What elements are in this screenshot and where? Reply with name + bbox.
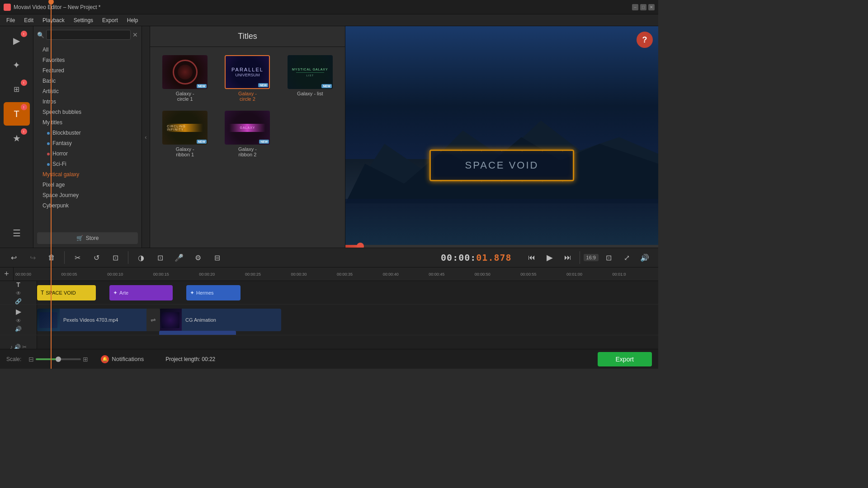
title-card-gc2[interactable]: PARALLEL UNIVERSUM NEW Galaxy -circle 2 (219, 53, 276, 103)
cat-space-journey[interactable]: Space Journey (36, 190, 139, 200)
timeline-tracks: T 👁 🔗 T SPACE VOID ✦ Arte ✦ Hermes (0, 281, 658, 349)
clip-pexels[interactable]: Pexels Videos 4703.mp4 (37, 309, 148, 331)
menu-edit[interactable]: Edit (19, 16, 38, 25)
cat-artistic[interactable]: Artistic (36, 86, 139, 96)
clip-transition[interactable]: ⇌ (146, 309, 160, 331)
minimize-button[interactable]: – (632, 4, 638, 10)
video-track-row: ▶ 👁 🔊 Pexels Videos 4703.mp4 ⇌ (0, 305, 658, 335)
title-card-gr2[interactable]: GALAXY NEW Galaxy -ribbon 2 (219, 109, 276, 159)
cat-horror[interactable]: Horror (36, 149, 139, 159)
notifications-button[interactable]: 🔔 Notifications (95, 352, 149, 366)
title-card-gr1[interactable]: CIRCLING INFINITY NEW Galaxy -ribbon 1 (156, 109, 213, 159)
mic-button[interactable]: 🎤 (171, 249, 187, 266)
menu-help[interactable]: Help (123, 16, 143, 25)
toolbar-separator-3 (580, 251, 580, 264)
clip-space-void[interactable]: T SPACE VOID (37, 285, 96, 300)
preview-title-box: ● ● ● ● ● ● ● ● ● ● ● ● ● (429, 150, 574, 181)
cat-basic[interactable]: Basic (36, 76, 139, 86)
menu-export[interactable]: Export (98, 16, 123, 25)
title-thumb-gc1: NEW (162, 55, 208, 89)
close-button[interactable]: ✕ (648, 4, 655, 10)
export-frame-button[interactable]: ⊡ (152, 249, 168, 266)
play-button[interactable]: ▶ (542, 249, 558, 266)
clip-hermes[interactable]: ✦ Hermes (186, 285, 241, 300)
audio-volume-icon[interactable]: 🔊 (14, 344, 21, 349)
cat-sci-fi[interactable]: Sci-Fi (36, 159, 139, 169)
cat-all[interactable]: All (36, 45, 139, 55)
settings-button[interactable]: ⚙ (190, 249, 206, 266)
menu-file[interactable]: File (2, 16, 19, 25)
preview-progress-bar[interactable] (345, 245, 658, 248)
preview-progress-handle[interactable] (357, 243, 364, 248)
search-input[interactable] (46, 30, 131, 40)
export-button[interactable]: Export (598, 352, 652, 366)
cat-fantasy[interactable]: Fantasy (36, 138, 139, 148)
title-track-eye-icon[interactable]: 👁 (16, 290, 21, 296)
menu-playback[interactable]: Playback (38, 16, 69, 25)
store-button[interactable]: 🛒 Store (37, 232, 138, 244)
ruler-mark-15: 00:00:15 (153, 272, 199, 277)
title-track-type-icon: T (16, 281, 20, 288)
volume-button[interactable]: 🔊 (637, 249, 653, 266)
effects-icon: ✦ (13, 61, 20, 70)
redo-button[interactable]: ↪ (24, 249, 41, 266)
audio-button[interactable]: ⊟ (209, 249, 225, 266)
sidebar-item-titles[interactable]: T ! (4, 102, 30, 126)
window-mode-button[interactable]: ⊡ (600, 249, 617, 266)
repeat-button[interactable]: ↺ (88, 249, 104, 266)
more-icon: ☰ (13, 229, 21, 238)
menu-settings[interactable]: Settings (69, 16, 98, 25)
maximize-button[interactable]: □ (640, 4, 646, 10)
fullscreen-button[interactable]: ⤢ (618, 249, 635, 266)
cat-favorites[interactable]: Favorites (36, 55, 139, 65)
skip-back-button[interactable]: ⏮ (524, 249, 540, 266)
title-thumb-glist: MYSTICAL GALAXY LIST NEW (288, 55, 333, 89)
audio-scissors-icon[interactable]: ✂ (22, 344, 27, 349)
search-clear-icon[interactable]: ✕ (132, 31, 138, 38)
cat-featured[interactable]: Featured (36, 66, 139, 75)
gr2-label: Galaxy -ribbon 2 (238, 146, 257, 157)
undo-button[interactable]: ↩ (5, 249, 22, 266)
collapse-panel-button[interactable]: ‹ (142, 26, 150, 248)
clip-cg[interactable]: CG Animation (159, 309, 281, 331)
title-thumb-gc2: PARALLEL UNIVERSUM NEW (225, 55, 270, 89)
sidebar-item-stickers[interactable]: ★ ! (4, 127, 30, 150)
scale-increase-icon[interactable]: ⊞ (83, 356, 88, 363)
cat-speech-bubbles[interactable]: Speech bubbles (36, 107, 139, 117)
cat-mystical-galaxy[interactable]: Mystical galaxy (36, 169, 139, 179)
crop-button[interactable]: ⊡ (107, 249, 123, 266)
cat-pixel-age[interactable]: Pixel age (36, 180, 139, 190)
ruler-mark-60: 00:01:00 (566, 272, 613, 277)
title-card-gc1[interactable]: NEW Galaxy -circle 1 (156, 53, 213, 103)
add-track-button[interactable]: + (0, 267, 14, 281)
category-list-items: All Favorites Featured Basic Artistic In… (33, 43, 142, 229)
sidebar-item-transitions[interactable]: ⊞ ! (4, 78, 30, 101)
time-highlight-part: 01.878 (476, 252, 511, 263)
gc1-label: Galaxy -circle 1 (176, 91, 194, 102)
cat-intros[interactable]: Intros (36, 97, 139, 107)
video-track-audio-icon[interactable]: 🔊 (15, 326, 22, 332)
cat-my-titles[interactable]: My titles (36, 117, 139, 127)
help-button[interactable]: ? (637, 32, 653, 48)
video-track-eye-icon[interactable]: 👁 (16, 318, 21, 324)
cat-blockbuster[interactable]: Blockbuster (36, 128, 139, 138)
clip-cg-thumb (159, 309, 182, 331)
scale-label: Scale: (6, 356, 21, 362)
scale-slider[interactable] (36, 358, 81, 360)
title-card-glist[interactable]: MYSTICAL GALAXY LIST NEW Galaxy - list (282, 53, 339, 103)
title-thumb-gr1: CIRCLING INFINITY NEW (162, 111, 208, 145)
category-list: 🔍 ✕ All Favorites Featured Basic Artisti… (33, 26, 142, 248)
sidebar-item-effects[interactable]: ✦ (4, 53, 30, 77)
title-bar: Movavi Video Editor – New Project * – □ … (0, 0, 658, 14)
sidebar-item-video[interactable]: ▶ ! (4, 29, 30, 52)
cat-cyberpunk[interactable]: Cyberpunk (36, 201, 139, 211)
sidebar-item-more[interactable]: ☰ (4, 221, 30, 245)
cut-button[interactable]: ✂ (69, 249, 85, 266)
title-track-link-icon[interactable]: 🔗 (15, 298, 22, 305)
delete-button[interactable]: 🗑 (43, 249, 60, 266)
skip-forward-button[interactable]: ⏭ (560, 249, 576, 266)
scale-decrease-icon[interactable]: ⊟ (28, 356, 34, 363)
clip-arte[interactable]: ✦ Arte (109, 285, 173, 300)
color-button[interactable]: ◑ (133, 249, 149, 266)
gr1-badge: NEW (197, 140, 207, 144)
